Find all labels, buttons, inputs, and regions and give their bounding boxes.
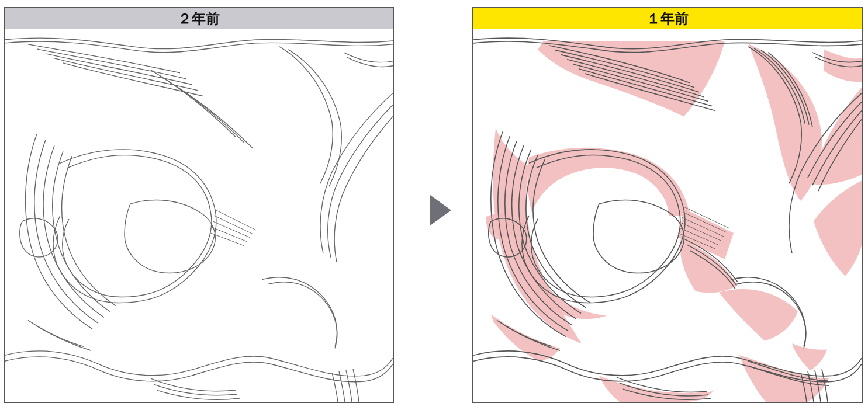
map-left bbox=[5, 29, 393, 402]
arrow-icon bbox=[428, 193, 454, 228]
svg-marker-0 bbox=[430, 195, 451, 225]
panel-title-right: １年前 bbox=[473, 8, 862, 29]
comparison-figure: ２年前 bbox=[0, 0, 868, 410]
panel-1-year-ago: １年前 bbox=[472, 7, 863, 403]
panel-title-left: ２年前 bbox=[5, 8, 393, 29]
map-right bbox=[473, 29, 862, 402]
panel-2-years-ago: ２年前 bbox=[4, 7, 394, 403]
